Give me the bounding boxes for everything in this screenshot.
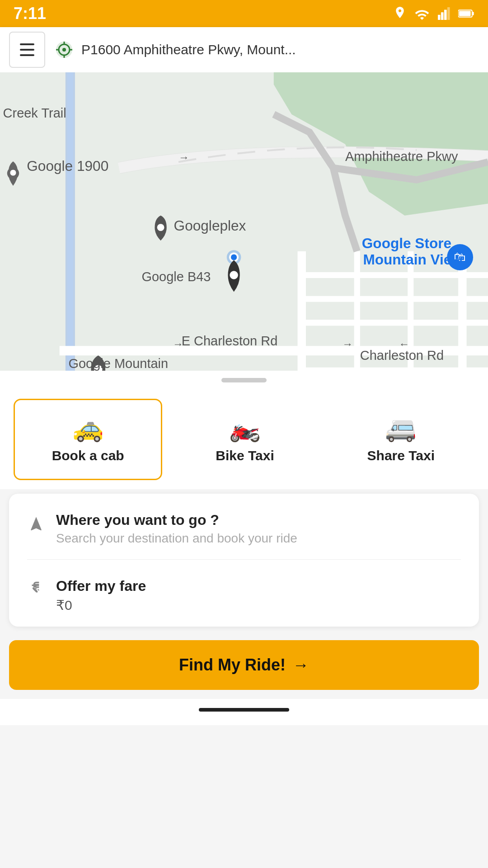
menu-button[interactable] [9, 32, 45, 68]
status-bar: 7:11 [0, 0, 488, 27]
svg-text:Huff Ave: Huff Ave [281, 370, 295, 371]
fare-label: Offer my fare [56, 578, 461, 594]
cab-label: Book a cab [52, 448, 124, 463]
location-search-area[interactable]: P1600 Amphitheatre Pkwy, Mount... [54, 40, 479, 60]
destination-row[interactable]: Where you want to go ? Search your desti… [27, 512, 461, 560]
fare-content[interactable]: Offer my fare ₹0 [56, 578, 461, 613]
bike-label: Bike Taxi [216, 448, 274, 463]
svg-text:→: → [178, 151, 189, 163]
destination-content[interactable]: Where you want to go ? Search your desti… [56, 512, 461, 546]
booking-panel: Where you want to go ? Search your desti… [9, 494, 479, 627]
search-bar[interactable]: P1600 Amphitheatre Pkwy, Mount... [0, 27, 488, 72]
svg-rect-2 [444, 10, 447, 20]
status-icons [393, 5, 474, 22]
tab-book-cab[interactable]: 🚕 Book a cab [14, 399, 162, 480]
svg-point-28 [231, 254, 237, 260]
svg-text:Google B43: Google B43 [141, 269, 211, 284]
svg-text:Charleston Rd: Charleston Rd [360, 348, 444, 363]
hamburger-icon [20, 43, 34, 56]
tab-share-taxi[interactable]: 🚐 Share Taxi [328, 399, 474, 480]
drag-handle-bar [221, 378, 267, 382]
signal-status-icon [437, 7, 451, 20]
status-time: 7:11 [14, 4, 46, 23]
svg-text:→: → [342, 338, 353, 350]
svg-rect-6 [459, 11, 471, 16]
bottom-nav-bar [0, 699, 488, 725]
svg-rect-17 [67, 72, 73, 371]
map-svg: → → ← 🛍 → G o o g l e Creek Trail [0, 72, 488, 371]
home-indicator [199, 708, 289, 712]
location-status-icon [393, 5, 407, 22]
wifi-status-icon [414, 7, 430, 20]
location-text: P1600 Amphitheatre Pkwy, Mount... [81, 42, 296, 57]
svg-rect-3 [447, 7, 450, 20]
find-ride-label: Find My Ride! [179, 656, 286, 675]
share-taxi-icon: 🚐 [385, 415, 417, 441]
svg-text:Google 1900: Google 1900 [27, 158, 108, 174]
target-icon [54, 40, 74, 60]
map-area[interactable]: → → ← 🛍 → G o o g l e Creek Trail [0, 72, 488, 371]
svg-rect-18 [298, 251, 306, 371]
destination-label: Where you want to go ? [56, 512, 461, 528]
svg-point-24 [10, 170, 16, 175]
navigation-icon [27, 515, 45, 537]
svg-point-25 [157, 224, 164, 231]
rupee-icon [27, 580, 45, 601]
find-ride-arrow-icon: → [293, 656, 309, 675]
svg-text:E Charleston Rd: E Charleston Rd [182, 334, 278, 348]
drag-handle[interactable] [0, 371, 488, 390]
cab-icon: 🚕 [72, 415, 104, 441]
destination-placeholder: Search your destination and book your ri… [56, 531, 461, 546]
svg-text:Google Store: Google Store [362, 235, 451, 251]
tab-bike-taxi[interactable]: 🏍️ Bike Taxi [171, 399, 318, 480]
svg-rect-1 [441, 12, 444, 20]
find-ride-button[interactable]: Find My Ride! → [9, 640, 479, 690]
svg-text:Google Mountain: Google Mountain [68, 356, 168, 371]
transport-tabs: 🚕 Book a cab 🏍️ Bike Taxi 🚐 Share Taxi [0, 390, 488, 489]
svg-text:Amphitheatre Pkwy: Amphitheatre Pkwy [345, 149, 458, 164]
svg-text:Mountain View: Mountain View [363, 251, 463, 268]
svg-point-9 [62, 48, 66, 52]
svg-text:Googleplex: Googleplex [174, 217, 246, 234]
share-taxi-label: Share Taxi [367, 448, 435, 463]
svg-text:Creek Trail: Creek Trail [3, 106, 66, 120]
battery-status-icon [458, 8, 474, 19]
svg-point-29 [230, 271, 238, 279]
fare-row[interactable]: Offer my fare ₹0 [27, 564, 461, 618]
svg-rect-5 [472, 12, 474, 15]
svg-rect-0 [438, 15, 441, 20]
bike-icon: 🏍️ [229, 415, 261, 441]
fare-value: ₹0 [56, 597, 461, 613]
